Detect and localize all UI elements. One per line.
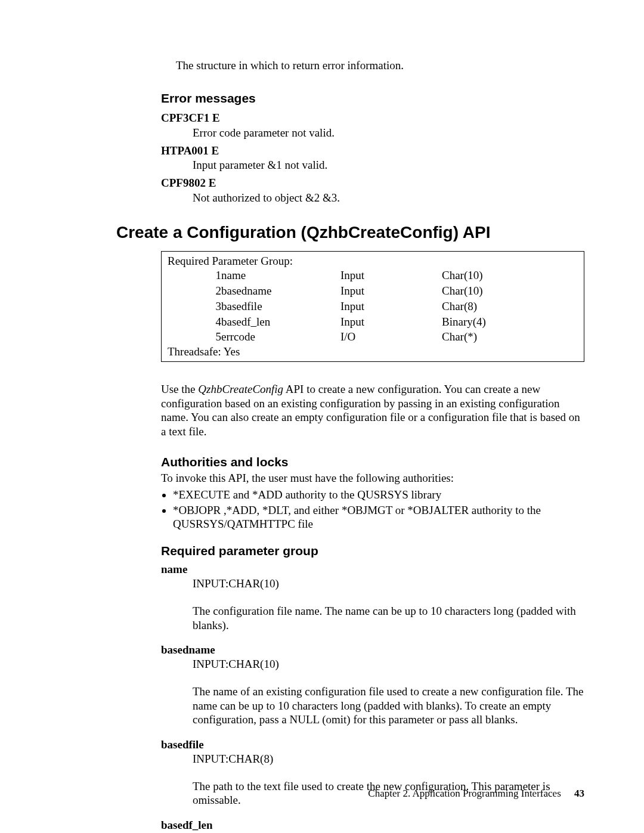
table-row: 1 name Input Char(10) — [168, 268, 578, 283]
param-term: basedf_len — [161, 818, 584, 832]
param-number: 3 — [168, 299, 221, 314]
error-code: CPF9802 E — [161, 176, 584, 190]
param-io: I/O — [340, 329, 442, 345]
param-type: Char(*) — [442, 329, 578, 345]
api-title: Create a Configuration (QzhbCreateConfig… — [116, 222, 584, 243]
parameter-table: 1 name Input Char(10) 2 basedname Input … — [168, 268, 578, 345]
list-item: *EXECUTE and *ADD authority to the QUSRS… — [173, 488, 584, 502]
api-description: Use the QzhbCreateConfig API to create a… — [161, 382, 584, 439]
param-definition: basedname INPUT:CHAR(10) The name of an … — [116, 643, 584, 727]
parameter-group-box: Required Parameter Group: 1 name Input C… — [161, 251, 584, 362]
document-page: The structure in which to return error i… — [0, 0, 644, 833]
error-code: HTPA001 E — [161, 144, 584, 158]
param-signature: INPUT:CHAR(10) — [193, 657, 584, 671]
param-signature: INPUT:CHAR(8) — [193, 752, 584, 766]
param-io: Input — [340, 283, 442, 299]
param-io: Input — [340, 314, 442, 330]
table-row: 2 basedname Input Char(10) — [168, 283, 578, 299]
threadsafe-line: Threadsafe: Yes — [168, 345, 578, 359]
authorities-list: *EXECUTE and *ADD authority to the QUSRS… — [161, 488, 584, 531]
footer-page-number: 43 — [574, 788, 584, 799]
param-type: Char(10) — [442, 268, 578, 283]
footer-chapter: Chapter 2. Application Programming Inter… — [368, 788, 561, 799]
list-item: *OBJOPR ,*ADD, *DLT, and either *OBJMGT … — [173, 503, 584, 532]
param-number: 4 — [168, 314, 221, 330]
param-description: The name of an existing configuration fi… — [193, 685, 584, 727]
required-params-heading: Required parameter group — [161, 543, 584, 559]
param-name: errcode — [221, 329, 340, 345]
param-io: Input — [340, 268, 442, 283]
page-footer: Chapter 2. Application Programming Inter… — [368, 787, 584, 800]
error-message-item: HTPA001 E Input parameter &1 not valid. — [116, 144, 584, 173]
param-signature: INPUT:CHAR(10) — [193, 577, 584, 591]
authorities-heading: Authorities and locks — [161, 454, 584, 470]
param-name: basedfile — [221, 299, 340, 314]
param-definition: basedf_len INPUT:BINARY(4) — [116, 818, 584, 833]
error-description: Not authorized to object &2 &3. — [193, 191, 584, 205]
param-number: 5 — [168, 329, 221, 345]
table-row: 5 errcode I/O Char(*) — [168, 329, 578, 345]
table-row: 4 basedf_len Input Binary(4) — [168, 314, 578, 330]
param-name: basedf_len — [221, 314, 340, 330]
error-code: CPF3CF1 E — [161, 111, 584, 125]
param-type: Binary(4) — [442, 314, 578, 330]
error-message-item: CPF3CF1 E Error code parameter not valid… — [116, 111, 584, 140]
param-name: basedname — [221, 283, 340, 299]
table-row: 3 basedfile Input Char(8) — [168, 299, 578, 314]
intro-text: The structure in which to return error i… — [176, 58, 584, 73]
desc-api-name: QzhbCreateConfig — [198, 383, 283, 395]
desc-prefix: Use the — [161, 383, 198, 395]
param-number: 1 — [168, 268, 221, 283]
param-io: Input — [340, 299, 442, 314]
error-description: Error code parameter not valid. — [193, 126, 584, 140]
error-message-item: CPF9802 E Not authorized to object &2 &3… — [116, 176, 584, 205]
error-description: Input parameter &1 not valid. — [193, 158, 584, 172]
param-term: basedname — [161, 643, 584, 657]
authorities-intro: To invoke this API, the user must have t… — [161, 471, 584, 485]
param-term: basedfile — [161, 738, 584, 752]
parameter-group-header: Required Parameter Group: — [168, 254, 578, 268]
error-messages-heading: Error messages — [161, 91, 584, 106]
param-description: The configuration file name. The name ca… — [193, 604, 584, 633]
param-type: Char(8) — [442, 299, 578, 314]
param-term: name — [161, 562, 584, 577]
param-number: 2 — [168, 283, 221, 299]
param-type: Char(10) — [442, 283, 578, 299]
param-definition: name INPUT:CHAR(10) The configuration fi… — [116, 562, 584, 632]
param-name: name — [221, 268, 340, 283]
